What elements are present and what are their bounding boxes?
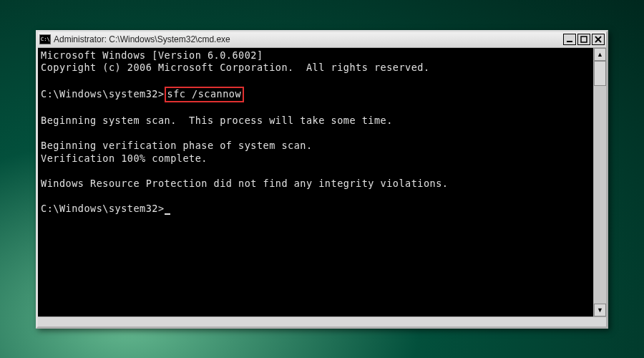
- output-line: Beginning system scan. This process will…: [41, 115, 393, 126]
- output-line: Copyright (c) 2006 Microsoft Corporation…: [41, 62, 430, 73]
- terminal-content[interactable]: Microsoft Windows [Version 6.0.6002] Cop…: [38, 48, 593, 316]
- svg-rect-1: [581, 37, 587, 42]
- window-title: Administrator: C:\Windows\System32\cmd.e…: [54, 34, 563, 44]
- scroll-track[interactable]: [594, 61, 606, 304]
- titlebar[interactable]: C:\ Administrator: C:\Windows\System32\c…: [38, 32, 606, 48]
- window-controls: [563, 34, 605, 45]
- terminal-body: Microsoft Windows [Version 6.0.6002] Cop…: [38, 48, 606, 316]
- output-line: Windows Resource Protection did not find…: [41, 178, 448, 189]
- maximize-button[interactable]: [577, 34, 590, 45]
- scroll-up-button[interactable]: ▲: [594, 48, 606, 61]
- status-bar: [38, 316, 606, 326]
- minimize-button[interactable]: [563, 34, 576, 45]
- cursor-icon: [165, 213, 170, 215]
- output-line: Verification 100% complete.: [41, 153, 208, 164]
- cmd-window: C:\ Administrator: C:\Windows\System32\c…: [36, 30, 608, 329]
- close-button[interactable]: [592, 34, 605, 45]
- output-line: Beginning verification phase of system s…: [41, 140, 313, 151]
- scroll-thumb[interactable]: [594, 61, 606, 86]
- command-text: sfc /scannow: [167, 88, 242, 100]
- scroll-down-button[interactable]: ▼: [594, 304, 606, 316]
- cmd-icon: C:\: [39, 34, 51, 44]
- command-highlight: sfc /scannow: [165, 87, 245, 102]
- prompt-path: C:\Windows\system32>: [41, 203, 165, 214]
- output-line: Microsoft Windows [Version 6.0.6002]: [41, 49, 263, 61]
- prompt-path: C:\Windows\system32>: [41, 88, 165, 100]
- vertical-scrollbar[interactable]: ▲ ▼: [593, 48, 606, 316]
- cmd-icon-text: C:\: [41, 37, 50, 42]
